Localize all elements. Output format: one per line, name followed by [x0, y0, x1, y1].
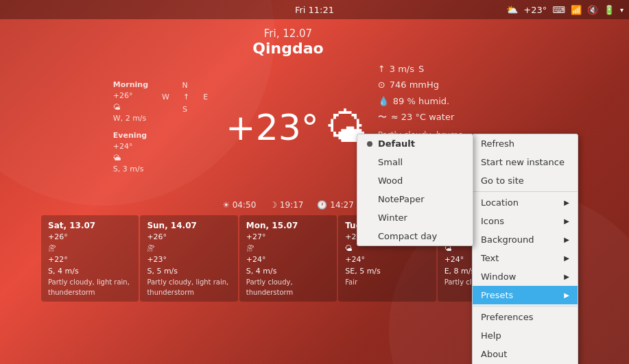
- menu-item-go-to-site[interactable]: Go to site: [473, 171, 578, 190]
- clock-time: 🕐 14:27: [317, 200, 353, 210]
- menu-item-about[interactable]: About: [473, 345, 578, 363]
- forecast-day: Sat, 13.07 +26° ⛈ +22° S, 4 m/s Partly c…: [41, 215, 139, 302]
- humidity-icon: 💧: [378, 93, 389, 109]
- sunset: ☽ 19:17: [270, 200, 303, 210]
- menu-item-help[interactable]: Help: [473, 326, 578, 345]
- morning-panel: Morning +26° 🌤 W, 2 m/s: [113, 80, 148, 125]
- context-menu: RefreshStart new instanceGo to siteLocat…: [472, 134, 578, 364]
- compass: N W ↑ E S: [162, 80, 208, 125]
- topbar-clock: Fri 11:21: [295, 5, 334, 15]
- menu-separator: [473, 191, 578, 192]
- presets-submenu: DefaultSmallWoodNotePaperWinterCompact d…: [357, 134, 473, 246]
- menu-item-text[interactable]: Text▶: [473, 249, 578, 267]
- morning-wind: W, 2 m/s: [113, 113, 148, 125]
- submenu-item-notepaper[interactable]: NotePaper: [357, 190, 473, 208]
- weather-date: Fri, 12.07: [41, 27, 535, 40]
- humidity-val: 89 % humid.: [393, 93, 449, 109]
- submenu-item-default[interactable]: Default: [357, 134, 473, 153]
- menu-item-presets[interactable]: Presets▶: [473, 286, 578, 304]
- submenu-item-small[interactable]: Small: [357, 153, 473, 171]
- pressure-val: 746 mmHg: [390, 77, 439, 93]
- submenu-label: NotePaper: [378, 194, 425, 204]
- submenu-label: Small: [378, 157, 403, 167]
- menu-item-background[interactable]: Background▶: [473, 230, 578, 249]
- dropdown-arrow-icon: ▾: [620, 6, 624, 14]
- menu-item-location[interactable]: Location▶: [473, 193, 578, 212]
- active-bullet: [367, 141, 372, 147]
- morning-temp: +26°: [113, 90, 148, 102]
- volume-icon: 🔇: [587, 5, 598, 15]
- forecast-day: Sun, 14.07 +26° ⛈ +23° S, 5 m/s Partly c…: [140, 215, 237, 302]
- menu-item-start-new-instance[interactable]: Start new instance: [473, 153, 578, 171]
- submenu-label: Compact day: [378, 231, 437, 241]
- weather-center: +23° 🌤: [226, 104, 367, 151]
- wind-dir: S: [418, 61, 424, 77]
- evening-temp: +24°: [113, 141, 208, 153]
- weather-icon-small: ⛅: [506, 4, 518, 15]
- weather-details: ↑ 3 m/s S ⊙ 746 mmHg 💧 89 % humid. 〜 ≈ 2…: [378, 61, 463, 143]
- wind-speed: 3 m/s: [390, 61, 414, 77]
- submenu-label: Wood: [378, 175, 403, 186]
- weather-sides: Morning +26° 🌤 W, 2 m/s N W ↑ E S Evenin…: [113, 80, 208, 175]
- water-temp: ≈ 23 °C water: [391, 109, 454, 125]
- menu-item-window[interactable]: Window▶: [473, 267, 578, 286]
- water-icon: 〜: [378, 109, 387, 125]
- keyboard-icon: ⌨: [552, 5, 565, 15]
- wind-icon: ↑: [378, 61, 385, 77]
- clock-label: Fri 11:21: [295, 5, 334, 15]
- weather-city: Qingdao: [41, 40, 535, 57]
- topbar-temp: +23°: [523, 5, 547, 15]
- evening-wind: S, 3 m/s: [113, 164, 208, 175]
- humidity-row: 💧 89 % humid.: [378, 93, 463, 109]
- pressure-icon: ⊙: [378, 77, 385, 93]
- battery-icon: 🔋: [604, 5, 615, 15]
- weather-header: Fri, 12.07 Qingdao: [41, 27, 535, 57]
- topbar: Fri 11:21 ⛅ +23° ⌨ 📶 🔇 🔋 ▾: [0, 0, 629, 19]
- evening-label: Evening: [113, 130, 208, 142]
- submenu-label: Default: [378, 138, 415, 149]
- weather-time-panels: Morning +26° 🌤 W, 2 m/s N W ↑ E S: [113, 80, 208, 125]
- menu-separator: [473, 306, 578, 306]
- wind-row: ↑ 3 m/s S: [378, 61, 463, 77]
- submenu-label: Winter: [378, 213, 407, 223]
- water-row: 〜 ≈ 23 °C water: [378, 109, 463, 125]
- sunrise: ☀ 04:50: [222, 200, 256, 210]
- pressure-row: ⊙ 746 mmHg: [378, 77, 463, 93]
- forecast-day: Mon, 15.07 +27° ⛈ +24° S, 4 m/s Partly c…: [239, 215, 337, 302]
- topbar-right: ⛅ +23° ⌨ 📶 🔇 🔋 ▾: [506, 4, 624, 15]
- menu-item-refresh[interactable]: Refresh: [473, 134, 578, 153]
- submenu-item-wood[interactable]: Wood: [357, 171, 473, 190]
- wifi-icon: 📶: [571, 5, 582, 15]
- menu-item-icons[interactable]: Icons▶: [473, 212, 578, 230]
- morning-label: Morning: [113, 80, 148, 91]
- main-temperature: +23°: [226, 107, 319, 148]
- submenu-item-compact-day[interactable]: Compact day: [357, 227, 473, 245]
- menu-item-preferences[interactable]: Preferences: [473, 308, 578, 326]
- submenu-item-winter[interactable]: Winter: [357, 208, 473, 227]
- evening-panel: Evening +24° 🌥 S, 3 m/s: [113, 130, 208, 175]
